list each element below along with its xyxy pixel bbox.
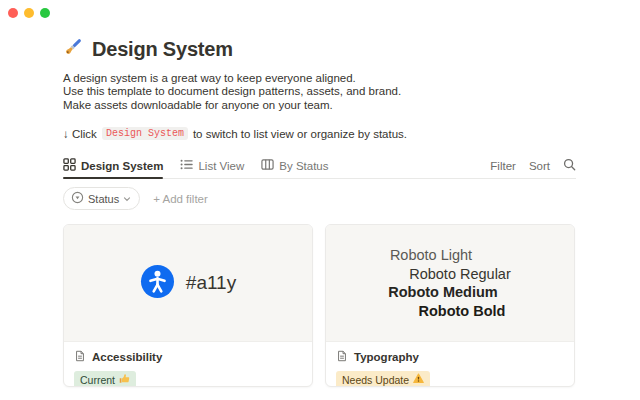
card-preview: Roboto Light Roboto Regular Roboto Mediu… <box>326 225 574 342</box>
status-filter-label: Status <box>88 193 119 205</box>
gallery-view-icon <box>63 158 76 173</box>
page-icon <box>336 350 348 364</box>
status-badge-needs-update[interactable]: Needs Update <box>336 371 430 387</box>
sort-button[interactable]: Sort <box>529 160 550 172</box>
window-controls <box>8 8 50 18</box>
page-title-row: Design System <box>63 37 576 61</box>
zoom-button[interactable] <box>40 8 50 18</box>
tab-label: By Status <box>279 160 328 172</box>
status-circle-icon <box>71 191 84 206</box>
search-icon[interactable] <box>563 158 576 173</box>
description-line: Make assets downloadable for anyone on y… <box>63 99 576 112</box>
description-line: Use this template to document design pat… <box>63 85 576 98</box>
description-line: A design system is a great way to keep e… <box>63 72 576 85</box>
card-preview: #a11y <box>64 225 312 342</box>
tab-design-system[interactable]: Design System <box>63 153 163 178</box>
notion-window: { "window": { "controls": { "close": "cl… <box>0 0 640 400</box>
add-filter-button[interactable]: + Add filter <box>153 193 208 205</box>
tab-label: Design System <box>81 160 163 172</box>
board-view-icon <box>261 158 274 173</box>
font-sample-regular: Roboto Regular <box>409 265 511 284</box>
card-title-row: Typography <box>336 350 564 364</box>
inline-code-chip: Design System <box>102 127 188 140</box>
warning-icon <box>413 373 424 386</box>
tab-label: List View <box>198 160 244 172</box>
card-accessibility[interactable]: #a11y Accessibility Current <box>63 224 313 387</box>
hint-suffix: to switch to list view or organize by st… <box>193 128 407 140</box>
page-content: Design System A design system is a great… <box>63 37 576 387</box>
font-sample-bold: Roboto Bold <box>419 302 506 321</box>
badge-label: Current <box>80 374 115 386</box>
card-preview-text: #a11y <box>186 272 236 294</box>
view-toolbar: Filter Sort <box>490 158 576 173</box>
card-title: Typography <box>354 351 419 363</box>
gallery-cards: #a11y Accessibility Current <box>63 224 576 387</box>
filter-button[interactable]: Filter <box>490 160 516 172</box>
hint-prefix: ↓ Click <box>63 128 97 140</box>
filter-bar: Status + Add filter <box>63 187 576 210</box>
list-view-icon <box>180 158 193 173</box>
badge-label: Needs Update <box>342 374 409 386</box>
view-tabbar: Design System List View <box>63 153 576 179</box>
hint-line: ↓ Click Design System to switch to list … <box>63 127 576 140</box>
card-footer: Typography Needs Update <box>326 342 574 387</box>
chevron-down-icon <box>123 193 131 205</box>
page-description: A design system is a great way to keep e… <box>63 72 576 112</box>
minimize-button[interactable] <box>24 8 34 18</box>
card-footer: Accessibility Current <box>64 342 312 387</box>
font-sample-light: Roboto Light <box>390 246 472 265</box>
page-icon <box>74 350 86 364</box>
tab-by-status[interactable]: By Status <box>261 153 328 178</box>
card-title-row: Accessibility <box>74 350 302 364</box>
page-title: Design System <box>92 38 233 61</box>
font-sample-medium: Roboto Medium <box>388 283 498 302</box>
status-badge-current[interactable]: Current <box>74 371 136 387</box>
card-typography[interactable]: Roboto Light Roboto Regular Roboto Mediu… <box>325 224 575 387</box>
paintbrush-icon <box>63 37 83 61</box>
thumbs-up-icon <box>119 373 130 386</box>
card-title: Accessibility <box>92 351 162 363</box>
accessibility-icon <box>140 264 175 303</box>
tab-list-view[interactable]: List View <box>180 153 244 178</box>
status-filter-chip[interactable]: Status <box>63 187 140 210</box>
close-button[interactable] <box>8 8 18 18</box>
